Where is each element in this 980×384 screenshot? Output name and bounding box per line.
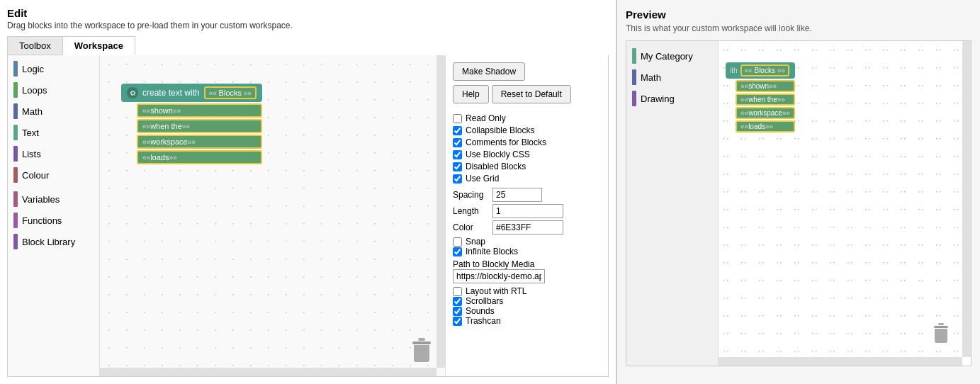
preview-sidebar: My Category Math Drawing [626,41,719,366]
checkbox-group: Read Only Collapsible Blocks Comments fo… [453,113,601,183]
color-row: Color [453,220,601,235]
preview-shown-block: «« shown »» [736,80,795,92]
path-input[interactable] [453,269,545,283]
sub-blocks: «« shown »» «« when the »» «« workspace … [137,103,262,164]
sidebar-item-block-library[interactable]: Block Library [8,231,99,252]
preview-trash [934,323,948,343]
functions-color [13,213,18,228]
preview-loads-block: «« loads »» [736,120,795,132]
length-row: Length [453,204,601,218]
colour-color [13,167,18,183]
preview-workspace-block: «« workspace »» [736,107,795,119]
snap-checkbox[interactable]: Snap [453,237,601,247]
page-subtitle: Drag blocks into the workspace to pre-lo… [7,21,609,30]
controls-panel: Make Shadow Help Reset to Default Read O… [445,55,608,376]
shown-block[interactable]: «« shown »» [137,103,262,118]
preview-title: Preview [626,9,971,21]
blocks-string[interactable]: «« Blocks »» [204,86,257,99]
logic-color [13,61,18,77]
infinite-blocks-checkbox[interactable]: Infinite Blocks [453,247,601,256]
scrollbars-checkbox[interactable]: Scrollbars [453,296,601,306]
sidebar-item-functions[interactable]: Functions [8,210,99,231]
preview-cat-drawing[interactable]: Drawing [626,88,718,109]
preview-blocks-string: «« Blocks »» [740,64,789,77]
loads-block[interactable]: «« loads »» [137,150,262,164]
spacing-row: Spacing [453,188,601,202]
color-input[interactable] [492,220,563,235]
preview-canvas: ith «« Blocks »» «« shown »» «« when the… [719,41,962,357]
preview-cat-math[interactable]: Math [626,67,718,88]
page-title: Edit [7,7,609,19]
collapsible-blocks-checkbox[interactable]: Collapsible Blocks [453,125,601,135]
sidebar-item-colour[interactable]: Colour [8,164,99,186]
block-group: ⚙ create text with «« Blocks »» «« shown… [121,84,262,164]
preview-box: My Category Math Drawing ith «« Blocks »… [626,40,971,366]
left-panel: Edit Drag blocks into the workspace to p… [0,0,616,384]
disabled-blocks-checkbox[interactable]: Disabled Blocks [453,162,601,171]
spacing-label: Spacing [453,190,488,200]
block-library-color [13,234,18,249]
preview-panel: Preview This is what your custom workspa… [616,0,980,384]
preview-scrollbar-h[interactable] [719,357,962,366]
preview-sub-blocks: «« shown »» «« when the »» «« workspace … [736,80,795,132]
lists-color [13,146,18,162]
length-input[interactable] [492,204,563,218]
preview-subtitle: This is what your custom workspace will … [626,23,971,33]
sidebar-item-text[interactable]: Text [8,122,99,143]
workspace-scrollbar-v[interactable] [437,55,445,368]
preview-scrollbar-v[interactable] [962,41,971,357]
gear-icon: ⚙ [127,87,138,98]
preview-main-block: ith «« Blocks »» [726,62,795,79]
tab-workspace[interactable]: Workspace [62,36,135,55]
preview-math-color [632,69,636,85]
preview-drawing-color [632,91,636,106]
preview-cat-mycategory[interactable]: My Category [626,45,718,67]
path-label: Path to Blockly Media [453,259,601,269]
read-only-checkbox[interactable]: Read Only [453,113,601,123]
my-category-color [632,48,636,64]
tab-toolbox[interactable]: Toolbox [7,36,62,55]
workspace-scrollbar-h[interactable] [100,368,437,376]
sidebar-item-loops[interactable]: Loops [8,79,99,101]
text-color [13,125,18,140]
trashcan-checkbox[interactable]: Trashcan [453,316,601,326]
help-reset-row: Help Reset to Default [453,85,601,108]
main-block[interactable]: ⚙ create text with «« Blocks »» [121,84,262,102]
workspace-trash [412,338,431,362]
tabs: Toolbox Workspace [7,36,609,55]
toolbox-sidebar: Logic Loops Math Text Lists Colour [8,55,100,376]
when-the-block[interactable]: «« when the »» [137,119,262,133]
comments-checkbox[interactable]: Comments for Blocks [453,137,601,147]
length-label: Length [453,206,488,216]
sounds-checkbox[interactable]: Sounds [453,306,601,316]
make-shadow-button[interactable]: Make Shadow [453,62,525,81]
use-blockly-css-checkbox[interactable]: Use Blockly CSS [453,149,601,159]
workspace-block[interactable]: «« workspace »» [137,135,262,149]
math-color [13,103,18,119]
sidebar-item-variables[interactable]: Variables [8,188,99,210]
spacing-input[interactable] [492,188,542,202]
sidebar-item-logic[interactable]: Logic [8,58,99,79]
main-area: Logic Loops Math Text Lists Colour [7,55,609,377]
use-grid-checkbox[interactable]: Use Grid [453,174,601,183]
loops-color [13,82,18,98]
preview-when-block: «« when the »» [736,94,795,106]
color-label: Color [453,222,488,232]
workspace-canvas[interactable]: ⚙ create text with «« Blocks »» «« shown… [100,55,445,376]
help-button[interactable]: Help [453,85,489,103]
variables-color [13,191,18,207]
sidebar-item-math[interactable]: Math [8,101,99,122]
preview-block-group: ith «« Blocks »» «« shown »» «« when the… [726,62,795,132]
reset-button[interactable]: Reset to Default [492,85,571,103]
sidebar-item-lists[interactable]: Lists [8,143,99,164]
layout-rtl-checkbox[interactable]: Layout with RTL [453,286,601,296]
